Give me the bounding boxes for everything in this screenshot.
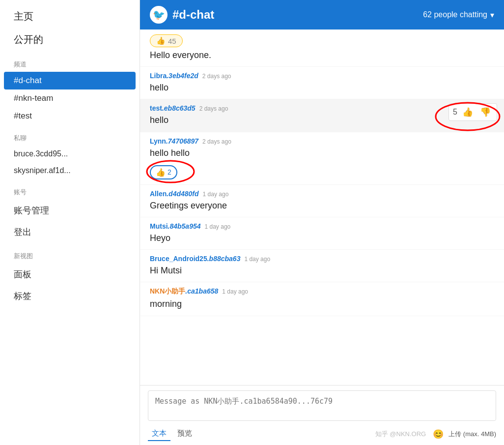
reaction-thumb-icon-4: 👍 bbox=[156, 168, 166, 177]
message-meta-4: Lynn.74706897 2 days ago bbox=[150, 137, 494, 145]
dislike-action-btn-3[interactable]: 👎 bbox=[478, 106, 493, 119]
tags-label: 标签 bbox=[14, 290, 31, 302]
message-meta-3: test.eb8c63d5 2 days ago bbox=[150, 104, 494, 112]
message-text-6: Heyo bbox=[150, 232, 494, 244]
sidebar: 主页 公开的 频道 #d-chat #nkn-team #test 私聊 bru… bbox=[0, 0, 140, 445]
sidebar-item-panel[interactable]: 面板 bbox=[0, 264, 140, 285]
tab-preview[interactable]: 预览 bbox=[173, 427, 196, 441]
message-group-8: NKN小助手.ca1ba658 1 day ago morning bbox=[140, 282, 504, 316]
emoji-btn[interactable]: 😊 bbox=[433, 429, 444, 440]
chevron-down-icon: ▾ bbox=[490, 10, 494, 20]
main-content: 🐦 #d-chat 62 people chatting ▾ 👍 45 Hell… bbox=[140, 0, 504, 445]
thumb-icon-1: 👍 bbox=[156, 36, 166, 45]
message-group-7: Bruce_Android25.b88cba63 1 day ago Hi Mu… bbox=[140, 250, 504, 282]
message-meta-7: Bruce_Android25.b88cba63 1 day ago bbox=[150, 255, 494, 263]
watermark-label: 知乎 @NKN.ORG bbox=[375, 430, 428, 439]
message-meta-8: NKN小助手.ca1ba658 1 day ago bbox=[150, 287, 494, 296]
upload-label[interactable]: 上传 (max. 4MB) bbox=[448, 430, 496, 439]
sidebar-item-tags[interactable]: 标签 bbox=[0, 285, 140, 307]
app-logo: 🐦 bbox=[150, 6, 168, 24]
message-time-3: 2 days ago bbox=[199, 105, 228, 112]
author-suffix-8: .ca1ba658 bbox=[185, 287, 218, 295]
message-group-3: test.eb8c63d5 2 days ago hello 5 👍 👎 bbox=[140, 99, 504, 132]
message-text-1: Hello everyone. bbox=[150, 49, 494, 61]
input-toolbar: 文本 预览 知乎 @NKN.ORG 😊 上传 (max. 4MB) bbox=[148, 423, 496, 445]
people-count: 62 people chatting bbox=[423, 10, 487, 19]
message-time-6: 1 day ago bbox=[205, 223, 231, 230]
message-group-4: Lynn.74706897 2 days ago hello hello 👍 2 bbox=[140, 132, 504, 185]
author-main-2: Libra bbox=[150, 72, 167, 80]
reaction-count-4: 2 bbox=[168, 168, 171, 176]
panel-label: 面板 bbox=[14, 268, 31, 280]
author-main-4: Lynn bbox=[150, 137, 166, 145]
message-text-8: morning bbox=[150, 298, 494, 310]
messages-area: 👍 45 Hello everyone. Libra.3eb4fe2d 2 da… bbox=[140, 30, 504, 385]
section-dm: 私聊 bbox=[0, 125, 140, 146]
section-account: 账号 bbox=[0, 179, 140, 200]
message-time-4: 2 days ago bbox=[202, 138, 231, 145]
test-label: #test bbox=[14, 111, 32, 121]
like-badge-1[interactable]: 👍 45 bbox=[150, 34, 183, 47]
message-meta-5: Allen.d4d480fd 1 day ago bbox=[150, 190, 494, 198]
message-text-2: hello bbox=[150, 82, 494, 94]
author-main-7: Bruce_Android25 bbox=[150, 255, 207, 263]
message-author-3: test.eb8c63d5 bbox=[150, 104, 196, 112]
message-group-1: 👍 45 Hello everyone. bbox=[140, 30, 504, 67]
author-main-3: test bbox=[150, 104, 162, 112]
message-time-7: 1 day ago bbox=[244, 256, 270, 263]
sidebar-item-logout[interactable]: 登出 bbox=[0, 221, 140, 243]
reaction-wrapper-4: 👍 2 bbox=[150, 162, 177, 179]
message-meta-6: Mutsi.84b5a954 1 day ago bbox=[150, 222, 494, 230]
input-area: 文本 预览 知乎 @NKN.ORG 😊 上传 (max. 4MB) bbox=[140, 385, 504, 445]
section-new-view: 新视图 bbox=[0, 243, 140, 264]
like-action-btn-3[interactable]: 👍 bbox=[460, 106, 475, 119]
sidebar-item-test[interactable]: #test bbox=[0, 107, 140, 125]
message-text-7: Hi Mutsi bbox=[150, 265, 494, 277]
message-input[interactable] bbox=[148, 390, 496, 421]
reaction-badge-4[interactable]: 👍 2 bbox=[150, 165, 177, 179]
author-suffix-2: .3eb4fe2d bbox=[167, 72, 198, 80]
author-suffix-5: .d4d480fd bbox=[167, 190, 198, 198]
header-left: 🐦 #d-chat bbox=[150, 6, 214, 24]
sidebar-item-public-label: 公开的 bbox=[14, 33, 43, 46]
toolbar-tabs: 文本 预览 bbox=[148, 427, 196, 441]
logo-icon: 🐦 bbox=[153, 9, 165, 21]
people-count-btn[interactable]: 62 people chatting ▾ bbox=[423, 10, 494, 20]
message-group-6: Mutsi.84b5a954 1 day ago Heyo bbox=[140, 217, 504, 250]
sidebar-item-home-label: 主页 bbox=[14, 10, 33, 23]
channel-title: #d-chat bbox=[172, 8, 214, 22]
message-time-8: 1 day ago bbox=[222, 288, 248, 295]
author-suffix-6: .84b5a954 bbox=[168, 222, 201, 230]
author-main-6: Mutsi bbox=[150, 222, 168, 230]
channel-header: 🐦 #d-chat 62 people chatting ▾ bbox=[140, 0, 504, 30]
message-author-7: Bruce_Android25.b88cba63 bbox=[150, 255, 240, 263]
logout-label: 登出 bbox=[14, 226, 31, 238]
author-main-8: NKN小助手 bbox=[150, 287, 185, 295]
sidebar-item-bruce[interactable]: bruce.3cdd95... bbox=[0, 146, 140, 162]
message-author-8: NKN小助手.ca1ba658 bbox=[150, 287, 218, 296]
message-time-2: 2 days ago bbox=[202, 73, 231, 80]
sidebar-item-public[interactable]: 公开的 bbox=[0, 28, 140, 51]
author-suffix-7: .b88cba63 bbox=[207, 255, 241, 263]
skysniper-label: skysniper.af1d... bbox=[14, 166, 71, 175]
message-text-4: hello hello bbox=[150, 147, 494, 159]
hover-actions-3: 5 👍 👎 bbox=[448, 103, 497, 121]
message-author-2: Libra.3eb4fe2d bbox=[150, 72, 198, 80]
section-channels: 频道 bbox=[0, 51, 140, 72]
message-author-5: Allen.d4d480fd bbox=[150, 190, 199, 198]
sidebar-item-account-mgmt[interactable]: 账号管理 bbox=[0, 200, 140, 221]
tab-text[interactable]: 文本 bbox=[148, 427, 170, 441]
sidebar-item-nkn-team[interactable]: #nkn-team bbox=[0, 89, 140, 107]
message-meta-2: Libra.3eb4fe2d 2 days ago bbox=[150, 72, 494, 80]
author-suffix-3: .eb8c63d5 bbox=[162, 104, 196, 112]
sidebar-item-d-chat[interactable]: #d-chat bbox=[4, 72, 136, 89]
bruce-label: bruce.3cdd95... bbox=[14, 149, 68, 158]
author-main-5: Allen bbox=[150, 190, 167, 198]
nkn-team-label: #nkn-team bbox=[14, 93, 53, 103]
hover-count-3: 5 bbox=[453, 108, 457, 117]
message-time-5: 1 day ago bbox=[203, 191, 229, 198]
message-author-6: Mutsi.84b5a954 bbox=[150, 222, 201, 230]
sidebar-item-skysniper[interactable]: skysniper.af1d... bbox=[0, 162, 140, 179]
account-mgmt-label: 账号管理 bbox=[14, 205, 49, 216]
sidebar-item-home[interactable]: 主页 bbox=[0, 5, 140, 28]
